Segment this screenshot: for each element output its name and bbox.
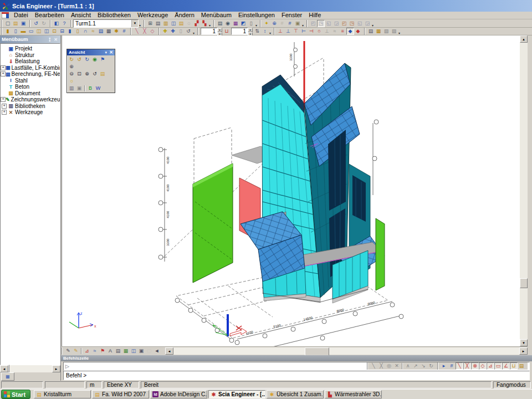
diagram-icon[interactable]: ≈: [91, 347, 99, 355]
zoom-window-icon[interactable]: ⊡: [75, 70, 83, 78]
frame-view-3-icon[interactable]: ◱: [325, 20, 332, 27]
close-icon[interactable]: ✕: [53, 37, 59, 42]
level-spin[interactable]: 1▲▼: [201, 28, 222, 35]
more-dropdown-icon[interactable]: ▾: [398, 31, 401, 35]
copy-pages-icon[interactable]: ◫: [170, 20, 177, 27]
table-red-icon[interactable]: ▚: [201, 20, 208, 27]
endpoint-snap-icon[interactable]: ╲: [456, 362, 463, 370]
help-icon[interactable]: ?: [60, 20, 68, 27]
rigid-link-icon[interactable]: ≡: [339, 28, 346, 35]
shell-icon[interactable]: ◫: [43, 28, 50, 35]
hook-icon[interactable]: ⊔: [223, 28, 231, 35]
intersection-snap-icon[interactable]: ⊗: [471, 362, 479, 370]
frame-view-6-icon[interactable]: ◳: [348, 20, 356, 27]
grid-step-spin[interactable]: 1▲▼: [231, 28, 253, 35]
menu-men-baum[interactable]: Menübaum: [198, 12, 235, 18]
expand-icon[interactable]: +: [1, 97, 6, 102]
zoom-out-icon[interactable]: ⊖: [68, 70, 75, 78]
ghost-column-icon[interactable]: ▯: [177, 28, 185, 35]
key-icon[interactable]: ✦: [263, 20, 270, 27]
sidebar-item-berechnung-fe-netz[interactable]: +▤Berechnung, FE-Netz: [1, 71, 60, 78]
menu-bibliotheken[interactable]: Bibliotheken: [94, 12, 134, 18]
grid-icon[interactable]: #: [286, 20, 294, 27]
grid-snap-icon[interactable]: #: [448, 362, 456, 370]
expand-icon[interactable]: +: [2, 104, 7, 109]
member-icon[interactable]: ▮: [66, 28, 74, 35]
rotate-view-icon[interactable]: ↻: [68, 56, 75, 63]
support-edge-icon[interactable]: ⊣: [308, 28, 315, 35]
draft-pencil-2-icon[interactable]: ✎: [72, 347, 80, 355]
scroll-down-icon[interactable]: ▼: [520, 339, 528, 346]
sidebar-item-zeichnungswerkzeuge[interactable]: +✎Zeichnungswerkzeuge: [1, 96, 60, 103]
folder-icon[interactable]: ▤: [177, 20, 185, 27]
print-3d-icon[interactable]: ▤: [114, 347, 122, 355]
viewport-hscrollbar[interactable]: ◄ ►: [165, 347, 528, 355]
arc-icon[interactable]: ∩: [81, 28, 89, 35]
frame-view-4-icon[interactable]: ◲: [332, 20, 340, 27]
connect-diamond-icon[interactable]: ◇: [149, 28, 156, 35]
sidebar-item-projekt[interactable]: ▣Projekt: [1, 45, 60, 52]
sidebar-item-stahl[interactable]: IStahl: [1, 78, 60, 84]
calculator-icon[interactable]: ⊞: [146, 20, 154, 27]
zoom-previous-icon[interactable]: ↺: [91, 70, 99, 78]
view-direction-icon[interactable]: ◉: [91, 56, 99, 63]
flag-icon[interactable]: ⚑: [99, 347, 106, 355]
palette-close-icon[interactable]: ✕: [109, 50, 113, 55]
new-icon[interactable]: ▢: [4, 20, 12, 27]
collapse-left-icon[interactable]: ◄: [153, 347, 161, 355]
snap-angle-icon[interactable]: ∧: [404, 362, 412, 370]
status-snap-mode[interactable]: Fangmodus: [493, 381, 531, 388]
model-canvas[interactable]: 4100 5100 14500 8000 9000 4100 4100 4100…: [62, 35, 520, 346]
sidebar-item-dokument[interactable]: ▤Dokument: [1, 90, 60, 97]
support-line-icon[interactable]: ⊢: [300, 28, 308, 35]
pin-icon[interactable]: ⊶: [47, 36, 52, 43]
frame-view-7-icon[interactable]: ◱: [356, 20, 364, 27]
panel-hscrollbar[interactable]: ◄ ►: [0, 365, 60, 372]
sidebar-item-bibliotheken[interactable]: +▥Bibliotheken: [1, 103, 60, 110]
catalog-book-icon[interactable]: ▥: [162, 20, 170, 27]
frame-view-1-icon[interactable]: ◰: [309, 20, 317, 27]
save-icon[interactable]: ▣: [19, 20, 27, 27]
more-dropdown-icon[interactable]: ▾: [371, 23, 374, 27]
palette-menu-icon[interactable]: ▼: [104, 51, 108, 54]
truss-icon[interactable]: ▯: [74, 28, 81, 35]
sidebar-item-lastfälle-lf-kombination[interactable]: +▦Lastfälle, LF-Kombination: [1, 65, 60, 71]
active-item-combo[interactable]: Turm1.1▼: [73, 19, 139, 28]
layers-snap-icon[interactable]: ▤: [518, 362, 525, 370]
connect-line-icon[interactable]: ╲: [133, 28, 141, 35]
landscape-icon[interactable]: ▦: [122, 347, 130, 355]
scroll-left-icon[interactable]: ◄: [0, 365, 8, 372]
menu-werkzeuge[interactable]: Werkzeuge: [134, 12, 171, 18]
viewport-vscrollbar[interactable]: ▲ ▼: [520, 35, 528, 346]
zoom-select-icon[interactable]: ⊕: [270, 20, 278, 27]
view-folder-icon[interactable]: ▤: [99, 70, 106, 78]
monitor-icon[interactable]: ◫: [130, 347, 137, 355]
cross-link-icon[interactable]: ◆: [354, 28, 362, 35]
more-dropdown-icon[interactable]: ▾: [192, 31, 195, 35]
sidebar-item-belastung[interactable]: ⇓Belastung: [1, 58, 60, 65]
mdi-child-icon[interactable]: [2, 12, 9, 18]
taskbar-task-scia-engineer[interactable]: ✱Scia Engineer - [...: [208, 390, 265, 398]
orthogonal-snap-icon[interactable]: ◇: [479, 362, 487, 370]
sidebar-item-struktur[interactable]: ⌂Struktur: [1, 52, 60, 59]
beam-icon[interactable]: ▬: [19, 28, 27, 35]
frame-view-5-icon[interactable]: ◰: [340, 20, 348, 27]
labels-icon[interactable]: A: [106, 347, 114, 355]
binoculars-icon[interactable]: ◉: [224, 20, 232, 27]
snap-se-icon[interactable]: ↘: [420, 362, 427, 370]
axes-icon[interactable]: ⊿: [83, 347, 91, 355]
add-member-icon[interactable]: ✚: [169, 28, 177, 35]
print-icon[interactable]: ▤: [216, 20, 224, 27]
more-dropdown-icon[interactable]: ▾: [208, 23, 211, 27]
rib-icon[interactable]: ▭: [27, 28, 35, 35]
printer-small-icon[interactable]: ▤: [154, 20, 162, 27]
surface-icon[interactable]: ▤: [97, 28, 105, 35]
window-small-icon[interactable]: ▣: [137, 347, 145, 355]
release-icon[interactable]: ⊥: [323, 28, 331, 35]
command-input[interactable]: Befehl >: [63, 371, 530, 380]
frame-view-8-icon[interactable]: ◲: [364, 20, 371, 27]
expand-icon[interactable]: +: [1, 71, 6, 76]
column-icon[interactable]: ▯: [12, 28, 19, 35]
hinge-icon[interactable]: ○: [315, 28, 323, 35]
shade-display-icon[interactable]: ▨: [390, 28, 398, 35]
